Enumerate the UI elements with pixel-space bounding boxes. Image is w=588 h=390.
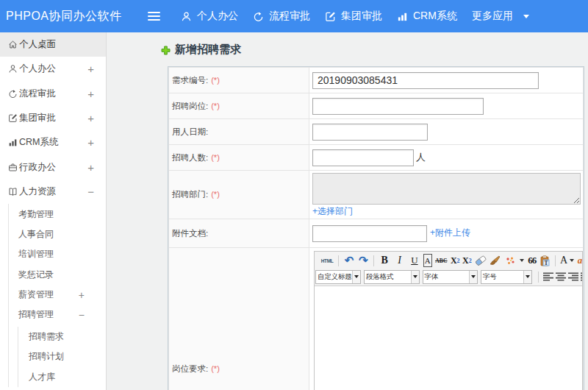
align-left-icon[interactable] <box>543 270 553 283</box>
custom-title-select[interactable]: 自定义标题 <box>315 270 361 284</box>
expand-icon[interactable]: + <box>87 63 94 74</box>
sidebar-subitem-rewards[interactable]: 奖惩记录 <box>9 265 106 285</box>
italic-button[interactable]: I <box>393 254 406 267</box>
strikethrough-button[interactable]: ABC <box>434 254 448 267</box>
chevron-down-icon[interactable] <box>523 271 531 283</box>
sidebar-subitem-label: 培训管理 <box>18 248 54 260</box>
align-center-icon[interactable] <box>556 270 566 283</box>
sidebar-item-label: CRM系统 <box>19 136 58 149</box>
position-input[interactable] <box>312 98 484 115</box>
svg-text:T: T <box>545 259 548 266</box>
redo-icon[interactable]: ↷ <box>357 254 369 267</box>
sidebar-subitem-training[interactable]: 培训管理 <box>9 244 106 264</box>
demand-no-input[interactable] <box>312 72 539 89</box>
user-icon <box>181 11 192 22</box>
field-label: 岗位要求:(*) <box>169 248 309 390</box>
sidebar-subitem-label: 薪资管理 <box>18 288 54 301</box>
chevron-down-icon[interactable] <box>352 271 360 283</box>
collapse-icon[interactable]: − <box>87 186 94 197</box>
recruit-submenu: 招聘需求 招聘计划 人才库 <box>18 327 106 387</box>
form-row-position: 招聘岗位:(*) <box>169 93 584 119</box>
sidebar-item-admin-office[interactable]: 行政办公 + <box>0 155 106 180</box>
menu-toggle-icon[interactable] <box>148 12 160 21</box>
sidebar-subitem-label: 考勤管理 <box>18 208 54 221</box>
font-family-select[interactable]: 字体 <box>423 270 478 284</box>
topnav-crm-system[interactable]: CRM系统 <box>390 0 465 32</box>
font-size-select[interactable]: 字号 <box>481 270 532 284</box>
sidebar-subitem-recruit-plan[interactable]: 招聘计划 <box>18 347 106 366</box>
source-code-button[interactable]: HTML <box>320 254 334 267</box>
required-mark: (*) <box>211 190 220 199</box>
topnav-more-apps[interactable]: 更多应用 <box>465 0 537 32</box>
editor-content-area[interactable] <box>315 286 582 390</box>
expand-icon[interactable]: + <box>87 137 94 148</box>
sidebar-item-workflow-approval[interactable]: 流程审批 + <box>0 81 106 105</box>
font-style-button[interactable]: A <box>423 254 432 267</box>
chevron-down-icon <box>523 15 529 18</box>
topnav-label: 流程审批 <box>269 10 310 23</box>
form-row-attachment: 附件文档: +附件上传 <box>169 219 584 248</box>
sidebar-item-crm[interactable]: CRM系统 + <box>0 130 106 155</box>
expand-icon[interactable]: + <box>87 162 94 173</box>
department-textarea[interactable] <box>312 173 581 205</box>
sidebar-item-label: 行政办公 <box>19 161 56 174</box>
briefcase-icon <box>8 163 18 172</box>
font-color-button[interactable]: A <box>560 254 567 267</box>
topnav-workflow-approval[interactable]: 流程审批 <box>245 0 318 32</box>
expand-icon[interactable]: + <box>79 290 85 300</box>
attachment-input[interactable] <box>312 225 427 242</box>
align-justify-icon[interactable] <box>581 270 583 283</box>
expand-icon[interactable]: + <box>87 88 94 99</box>
required-mark: (*) <box>211 102 220 110</box>
sidebar-subitem-talent-pool[interactable]: 人才库 <box>18 366 106 386</box>
sidebar-subitem-label: 招聘管理 <box>18 308 54 321</box>
sidebar-subitem-label: 人事合同 <box>18 228 54 241</box>
required-mark: (*) <box>211 76 220 85</box>
field-label: 附件文档: <box>169 219 309 248</box>
choose-department-link[interactable]: +选择部门 <box>312 207 353 216</box>
top-menu: 个人办公 流程审批 集团审批 CRM系统 更多应用 <box>173 0 537 32</box>
book-icon <box>8 187 18 196</box>
chevron-down-icon[interactable] <box>469 271 477 283</box>
chevron-down-icon[interactable] <box>570 259 574 262</box>
undo-icon[interactable]: ↶ <box>343 254 355 267</box>
sidebar-item-group-approval[interactable]: 集团审批 + <box>0 106 106 130</box>
flow-icon <box>253 11 264 22</box>
highlight-color-button[interactable]: a <box>578 254 582 267</box>
topnav-group-approval[interactable]: 集团审批 <box>318 0 390 32</box>
form-row-department: 招聘部门:(*) +选择部门 <box>169 171 584 219</box>
headcount-unit: 人 <box>416 152 426 163</box>
eraser-icon[interactable] <box>474 254 487 267</box>
paragraph-format-select[interactable]: 段落格式 <box>364 270 420 284</box>
format-painter-icon[interactable] <box>489 254 501 267</box>
sidebar-subitem-label: 招聘计划 <box>29 350 64 363</box>
sidebar-subitem-salary[interactable]: 薪资管理 + <box>9 285 106 305</box>
align-right-icon[interactable] <box>568 270 578 283</box>
sidebar-subitem-hr-contract[interactable]: 人事合同 <box>9 224 106 244</box>
blockquote-button[interactable]: 66 <box>528 254 536 267</box>
sidebar-subitem-recruit-mgmt[interactable]: 招聘管理 − <box>9 305 106 325</box>
topnav-label: 更多应用 <box>472 10 513 23</box>
underline-button[interactable]: U <box>408 254 420 267</box>
paste-as-text-icon[interactable]: T <box>539 254 551 267</box>
topnav-personal-office[interactable]: 个人办公 <box>173 0 245 32</box>
superscript-button[interactable]: X2 <box>451 254 460 267</box>
hire-date-input[interactable] <box>312 124 428 141</box>
sidebar-item-personal-office[interactable]: 个人办公 + <box>0 57 106 81</box>
chevron-down-icon[interactable] <box>411 271 419 283</box>
attachment-upload-link[interactable]: +附件上传 <box>430 227 470 238</box>
flow-icon <box>8 89 18 99</box>
bold-button[interactable]: B <box>379 254 391 267</box>
chevron-down-icon[interactable] <box>520 259 524 262</box>
field-label: 需求编号:(*) <box>169 68 309 93</box>
expand-icon[interactable]: + <box>87 113 94 124</box>
headcount-input[interactable] <box>312 149 414 166</box>
collapse-icon[interactable]: − <box>79 310 85 320</box>
user-icon <box>8 64 18 74</box>
subscript-button[interactable]: X2 <box>462 254 472 267</box>
sidebar-subitem-recruit-demand[interactable]: 招聘需求 <box>18 327 106 347</box>
sidebar-item-hr[interactable]: 人力资源 − <box>0 180 106 204</box>
sidebar-subitem-attendance[interactable]: 考勤管理 <box>9 204 106 224</box>
sidebar-item-desktop[interactable]: 个人桌面 <box>0 32 106 57</box>
emoticon-color-icon[interactable] <box>504 254 517 267</box>
